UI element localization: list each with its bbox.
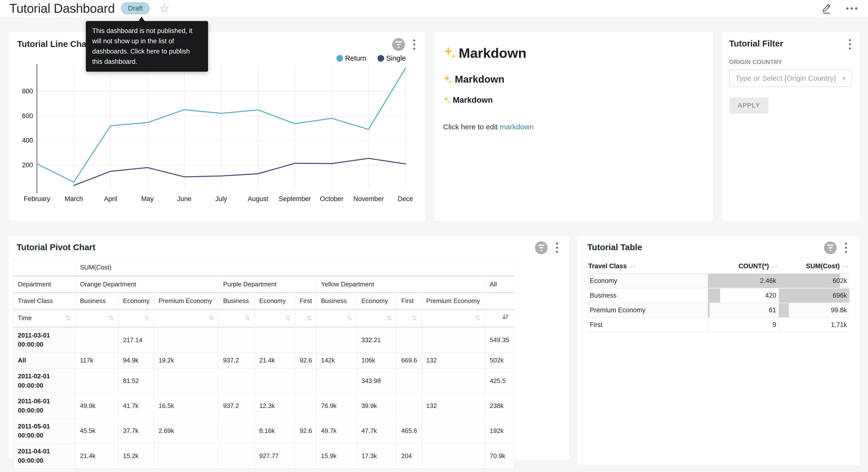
pivot-row: 2011-04-01 00:00:0021.4k15.2k927.7715.9k… (13, 444, 514, 469)
markdown-edit-link[interactable]: markdown (500, 123, 533, 131)
pivot-value-cell: 549.35 (485, 328, 514, 353)
column-header-count[interactable]: COUNT(*)▲▼ (708, 259, 778, 274)
filter-indicator-icon[interactable] (535, 241, 548, 254)
sort-icon[interactable]: ⇅ (475, 314, 481, 323)
sort-icon[interactable]: ⇅ (386, 314, 392, 323)
line-chart-kebab-icon[interactable] (411, 38, 417, 51)
sum-cost-cell: 1.71k (779, 318, 849, 332)
sort-icon[interactable]: ⇅ (411, 314, 417, 323)
origin-country-select[interactable]: Type or Select [Origin Country] ▾ (729, 69, 852, 87)
filter-indicator-icon[interactable] (824, 241, 837, 254)
pivot-class-header: Business (219, 293, 255, 310)
pivot-value-cell: 2.69k (154, 419, 219, 444)
pivot-class-header: Business (75, 293, 119, 310)
pivot-value-cell (295, 368, 317, 393)
header-more-menu-icon[interactable] (845, 6, 859, 11)
pivot-sort-cell: ⇅ (317, 310, 357, 328)
pivot-value-cell (154, 444, 219, 469)
pivot-dept-label: Department (13, 276, 75, 293)
sort-carets-icon: ▲▼ (842, 265, 848, 268)
pivot-value-cell: 70.9k (485, 444, 514, 469)
pivot-value-cell: 502k (485, 353, 514, 368)
count-cell: 2.46k (708, 274, 778, 288)
sort-icon[interactable]: ⇅ (144, 314, 150, 323)
apply-button[interactable]: APPLY (729, 97, 769, 114)
pivot-class-header: Premium Economy (154, 293, 219, 310)
pivot-row-label: 2011-02-01 00:00:00 (13, 368, 75, 393)
sparkles-icon (443, 96, 452, 104)
markdown-heading-1: Markdown (443, 45, 705, 61)
sort-icon[interactable]: ⇅ (108, 314, 114, 323)
pivot-group-header: Yellow Department (317, 276, 485, 293)
pivot-chart-kebab-icon[interactable] (554, 242, 560, 254)
sort-icon[interactable]: ⇅ (209, 314, 214, 323)
pivot-class-header: First (397, 293, 422, 310)
line-chart-plot[interactable]: 200400600800FebruaryMarchAprilMayJuneJul… (11, 64, 417, 214)
svg-text:November: November (353, 195, 384, 203)
pivot-value-cell (219, 368, 255, 393)
legend-item-single[interactable]: Single (377, 54, 406, 62)
column-header-sum-cost[interactable]: SUM(Cost)▲▼ (779, 259, 849, 274)
legend-item-return[interactable]: Return (336, 54, 366, 62)
pivot-value-cell (295, 328, 317, 353)
origin-country-label: ORIGIN COUNTRY (729, 59, 852, 65)
pivot-value-cell (295, 393, 317, 418)
table-card-title: Tutorial Table (587, 242, 849, 252)
sort-icon[interactable]: ⇅ (65, 314, 71, 323)
pivot-row: 2011-03-01 00:00:00217.14332.21549.35 (13, 328, 514, 353)
pivot-value-cell (397, 328, 422, 353)
pivot-value-cell (317, 368, 357, 393)
pivot-value-cell (422, 419, 485, 444)
sort-desc-active-icon[interactable] (502, 313, 509, 323)
pivot-value-cell: 425.5 (485, 368, 514, 393)
column-header-travel-class[interactable]: Travel Class▲▼ (587, 259, 708, 274)
pivot-value-cell: 8.16k (255, 419, 295, 444)
pivot-value-cell: 17.3k (357, 444, 397, 469)
sort-icon[interactable]: ⇅ (306, 314, 312, 323)
table-card-kebab-icon[interactable] (843, 242, 849, 254)
pivot-row: 2011-02-01 00:00:0081.52343.98425.5 (13, 368, 514, 393)
pivot-chart-title: Tutorial Pivot Chart (13, 242, 565, 252)
pivot-class-header: Business (317, 293, 357, 310)
pivot-value-cell: 192k (485, 419, 514, 444)
pivot-value-cell: 94.9k (119, 353, 154, 368)
filter-indicator-icon[interactable] (392, 38, 405, 51)
pivot-value-cell (317, 328, 357, 353)
chevron-down-icon: ▾ (842, 75, 845, 82)
filter-card-title: Tutorial Filter (729, 39, 852, 49)
filter-card-kebab-icon[interactable] (847, 38, 853, 50)
pivot-sort-cell (485, 310, 514, 328)
pivot-value-cell (219, 328, 255, 353)
sort-carets-icon: ▲▼ (629, 265, 636, 268)
tutorial-table: Travel Class▲▼ COUNT(*)▲▼ SUM(Cost)▲▼ Ec… (587, 259, 849, 333)
svg-text:October: October (320, 195, 344, 203)
pivot-sort-cell: ⇅ (255, 310, 295, 328)
pivot-row-label: 2011-03-01 00:00:00 (13, 328, 75, 353)
pivot-value-cell (397, 368, 422, 393)
filter-card: Tutorial Filter ORIGIN COUNTRY Type or S… (721, 32, 860, 221)
pivot-class-header: Economy (255, 293, 295, 310)
sort-icon[interactable]: ⇅ (347, 314, 352, 323)
pivot-class-header: First (295, 293, 317, 310)
sort-carets-icon: ▲▼ (771, 265, 778, 268)
pivot-value-cell (219, 419, 255, 444)
pivot-value-cell (422, 444, 485, 469)
pivot-class-label: Travel Class (13, 293, 75, 310)
edit-dashboard-icon[interactable] (821, 2, 832, 14)
pivot-class-header (485, 293, 514, 310)
sum-cost-cell: 99.8k (779, 303, 849, 318)
pivot-value-cell: 21.4k (75, 444, 119, 469)
pivot-value-cell: 937.2 (219, 353, 255, 368)
favorite-star-icon[interactable]: ☆ (159, 3, 169, 14)
pivot-value-cell (397, 393, 422, 418)
sort-icon[interactable]: ⇅ (285, 314, 291, 323)
pivot-metric-header: SUM(Cost) (75, 260, 514, 276)
pivot-class-header: Economy (357, 293, 397, 310)
draft-tooltip: This dashboard is not published, it will… (86, 21, 208, 72)
svg-text:July: July (215, 195, 227, 203)
draft-badge[interactable]: Draft (121, 2, 150, 14)
pivot-value-cell: 937.2 (219, 393, 255, 418)
pivot-value-cell: 49.7k (317, 419, 357, 444)
markdown-heading-2: Markdown (443, 73, 705, 85)
sort-icon[interactable]: ⇅ (245, 314, 250, 323)
